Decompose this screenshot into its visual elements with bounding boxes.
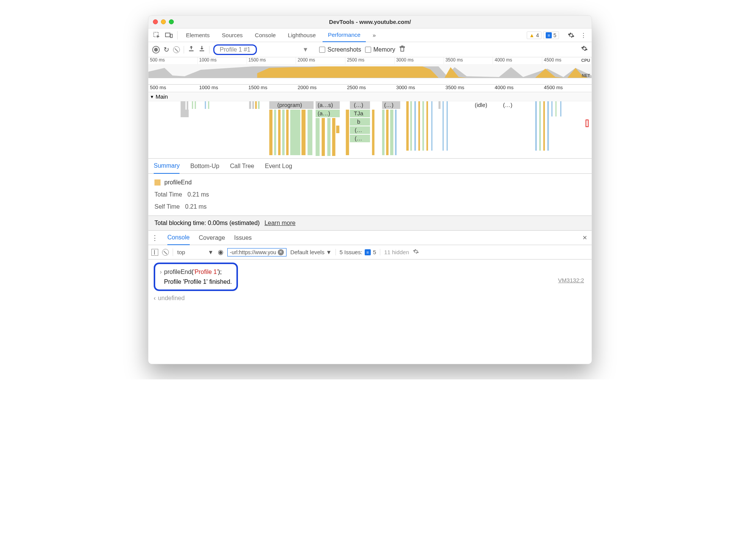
svg-text:(…): (…) <box>384 102 394 108</box>
messages-badge[interactable]: ≡ 5 <box>543 31 559 39</box>
subtab-summary[interactable]: Summary <box>154 159 179 174</box>
inspect-icon[interactable] <box>151 31 162 40</box>
total-time-value: 0.21 ms <box>187 191 209 198</box>
svg-rect-8 <box>208 101 209 109</box>
panel-tabs: Elements Sources Console Lighthouse Perf… <box>148 28 592 42</box>
svg-rect-21 <box>301 110 305 155</box>
source-link[interactable]: VM3132:2 <box>558 277 584 283</box>
overview-ruler: 500 ms 1000 ms 1500 ms 2000 ms 2500 ms 3… <box>148 57 592 64</box>
learn-more-link[interactable]: Learn more <box>265 220 296 226</box>
svg-text:(a…s): (a…s) <box>318 102 333 108</box>
console-highlight: › profileEnd('Profile 1'); › Profile 'Pr… <box>154 263 238 291</box>
drawer-menu-icon[interactable]: ⋮ <box>151 234 158 242</box>
issues-count: 5 <box>373 249 376 255</box>
details-tabs: Summary Bottom-Up Call Tree Event Log <box>148 159 592 174</box>
event-name: profileEnd <box>164 179 192 186</box>
download-icon[interactable] <box>198 45 205 54</box>
svg-text:(…): (…) <box>503 102 512 108</box>
flame-chart[interactable]: 500 ms 1000 ms 1500 ms 2000 ms 2500 ms 3… <box>148 85 592 159</box>
svg-rect-36 <box>372 110 374 155</box>
context-selector[interactable]: top ▼ <box>177 249 214 256</box>
messages-count: 5 <box>553 32 556 38</box>
console-filter-input[interactable]: -url:https://www.you ✕ <box>227 248 287 256</box>
cpu-overview: CPU NET <box>148 64 592 78</box>
drawer-tab-issues[interactable]: Issues <box>234 231 252 245</box>
close-window-icon[interactable] <box>153 19 158 24</box>
svg-text:(program): (program) <box>277 102 302 108</box>
capture-settings-gear-icon[interactable] <box>581 45 588 54</box>
subtab-bottom-up[interactable]: Bottom-Up <box>190 159 219 174</box>
tab-sources[interactable]: Sources <box>217 28 248 42</box>
console-body[interactable]: › profileEnd('Profile 1'); › Profile 'Pr… <box>148 260 592 364</box>
drawer-tab-console[interactable]: Console <box>167 231 190 245</box>
svg-rect-7 <box>205 101 206 109</box>
svg-text:(…: (… <box>355 127 362 133</box>
kebab-menu-icon[interactable]: ⋮ <box>578 31 589 40</box>
profile-selector[interactable]: Profile 1 #1 <box>213 44 257 55</box>
svg-rect-50 <box>442 101 444 151</box>
issues-button[interactable]: 5 Issues: ≡ 5 <box>335 249 380 255</box>
console-settings-gear-icon[interactable] <box>413 249 419 256</box>
drawer-tab-coverage[interactable]: Coverage <box>199 231 225 245</box>
svg-rect-9 <box>181 110 189 117</box>
svg-rect-49 <box>439 101 441 109</box>
flame-ruler: 500 ms 1000 ms 1500 ms 2000 ms 2500 ms 3… <box>148 85 592 92</box>
drawer-tabs: ⋮ Console Coverage Issues × <box>148 231 592 245</box>
traffic-lights <box>153 19 174 24</box>
warnings-badge[interactable]: ▲ 4 <box>527 31 542 39</box>
svg-rect-2 <box>170 34 172 38</box>
levels-label: Default levels <box>290 249 324 255</box>
svg-rect-40 <box>390 110 393 155</box>
upload-icon[interactable] <box>188 45 195 54</box>
checkbox-icon <box>365 47 371 53</box>
tab-console[interactable]: Console <box>250 28 281 42</box>
memory-checkbox[interactable]: Memory <box>365 46 395 53</box>
dropdown-caret-icon[interactable]: ▼ <box>302 46 309 53</box>
subtab-event-log[interactable]: Event Log <box>265 159 292 174</box>
subtab-call-tree[interactable]: Call Tree <box>230 159 254 174</box>
svg-text:(a…): (a…) <box>318 110 330 116</box>
device-toggle-icon[interactable] <box>164 31 174 40</box>
clear-console-icon[interactable] <box>162 249 169 256</box>
tick: 4500 ms <box>542 85 592 92</box>
maximize-window-icon[interactable] <box>169 19 174 24</box>
tabs-overflow[interactable]: » <box>367 28 381 42</box>
cpu-label: CPU <box>581 58 590 63</box>
settings-gear-icon[interactable] <box>566 31 576 40</box>
svg-rect-13 <box>258 101 260 109</box>
sidebar-toggle-icon[interactable] <box>151 249 158 256</box>
tick: 3000 ms <box>395 57 444 64</box>
clear-button[interactable] <box>173 46 180 53</box>
clear-filter-icon[interactable]: ✕ <box>278 249 284 255</box>
minimize-window-icon[interactable] <box>161 19 166 24</box>
svg-rect-59 <box>555 101 556 116</box>
svg-text:(…): (…) <box>354 102 364 108</box>
tick: 2000 ms <box>296 57 345 64</box>
svg-rect-22 <box>307 110 312 155</box>
tab-performance[interactable]: Performance <box>323 28 366 42</box>
close-drawer-icon[interactable]: × <box>583 233 587 242</box>
flame-body[interactable]: (program) (a…s) (a…) (…) TJa b (… (… (…)… <box>148 101 592 158</box>
svg-rect-11 <box>252 101 254 109</box>
color-swatch <box>154 179 161 186</box>
reload-button[interactable]: ↻ <box>164 46 169 54</box>
cmd-tail: ; <box>220 269 222 275</box>
console-return-line: ‹ undefined <box>154 293 586 303</box>
tab-lighthouse[interactable]: Lighthouse <box>283 28 321 42</box>
log-levels-selector[interactable]: Default levels ▼ <box>290 249 332 255</box>
tab-elements[interactable]: Elements <box>181 28 215 42</box>
svg-rect-28 <box>332 118 335 156</box>
svg-text:b: b <box>357 119 360 125</box>
record-button[interactable] <box>152 46 160 53</box>
svg-rect-60 <box>560 101 561 116</box>
eye-icon[interactable]: ◉ <box>218 248 224 256</box>
undefined-value: undefined <box>158 293 184 303</box>
svg-rect-20 <box>290 110 301 155</box>
self-time-value: 0.21 ms <box>185 203 207 210</box>
screenshots-checkbox[interactable]: Screenshots <box>319 46 361 53</box>
trash-icon[interactable] <box>399 45 405 54</box>
main-track-header[interactable]: ▼ Main <box>148 92 592 101</box>
svg-rect-44 <box>414 101 416 151</box>
svg-rect-57 <box>547 101 549 151</box>
timeline-overview[interactable]: 500 ms 1000 ms 1500 ms 2000 ms 2500 ms 3… <box>148 57 592 85</box>
